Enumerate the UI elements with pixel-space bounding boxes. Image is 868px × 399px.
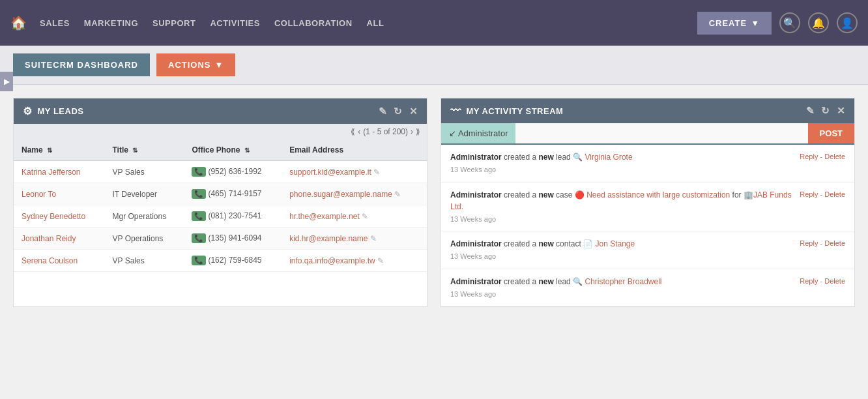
phone-icon: 📞 (192, 167, 206, 177)
activity-link[interactable]: Christopher Broadwell (585, 277, 661, 286)
activity-action: created a (504, 153, 538, 162)
lead-name[interactable]: Leonor To (14, 183, 105, 205)
pagination-prev[interactable]: ‹ (358, 127, 360, 136)
activity-trend-icon: 〰 (450, 105, 461, 117)
activity-link[interactable]: Need assistance with large customization (586, 190, 730, 200)
nav-marketing[interactable]: MARKETING (84, 18, 138, 28)
activity-delete[interactable]: Delete (824, 277, 845, 285)
activity-input-row: ↙ Administrator POST (441, 123, 854, 145)
lead-name[interactable]: Sydney Benedetto (14, 205, 105, 228)
leads-edit-icon[interactable]: ✎ (379, 106, 388, 117)
activity-reply[interactable]: Reply (800, 153, 818, 160)
col-phone[interactable]: Office Phone ⇅ (184, 140, 282, 161)
title-sort-icon: ⇅ (132, 147, 137, 154)
create-button[interactable]: CREATE ▼ (697, 12, 772, 35)
row-edit-icon[interactable]: ✎ (370, 234, 377, 243)
activity-item: Administrator created a new case 🔴 Need … (441, 183, 854, 232)
activity-action: created a (504, 277, 538, 286)
pagination-next[interactable]: › (411, 127, 413, 136)
activity-feed: Administrator created a new lead 🔍 Virgi… (441, 145, 854, 306)
leads-refresh-icon[interactable]: ↻ (394, 106, 403, 117)
create-dropdown-icon: ▼ (751, 18, 760, 28)
lead-title: IT Developer (105, 183, 184, 205)
notifications-icon[interactable]: 🔔 (808, 12, 829, 33)
actions-button[interactable]: ACTIONS ▼ (156, 53, 235, 76)
create-label: CREATE (709, 18, 747, 28)
home-icon[interactable]: 🏠 (10, 15, 27, 31)
lead-title: VP Sales (105, 250, 184, 272)
phone-icon: 📞 (192, 256, 206, 265)
lead-name[interactable]: Jonathan Reidy (14, 228, 105, 250)
activity-item-content: Administrator created a new case 🔴 Need … (450, 189, 793, 225)
activity-type-icon: 🔍 (573, 277, 583, 286)
col-title[interactable]: Title ⇅ (105, 140, 184, 161)
activity-item-text: Administrator created a new case 🔴 Need … (450, 189, 793, 213)
post-button[interactable]: POST (808, 123, 854, 143)
activity-new-label: new (538, 153, 553, 162)
col-name[interactable]: Name ⇅ (14, 140, 105, 161)
lead-email[interactable]: hr.the@example.net ✎ (282, 205, 427, 228)
user-profile-icon[interactable]: 👤 (837, 12, 858, 33)
activity-action: created a (504, 190, 538, 200)
nav-activities[interactable]: ACTIVITIES (210, 18, 260, 28)
activity-refresh-icon[interactable]: ↻ (821, 105, 830, 117)
pagination-first[interactable]: ⟪ (351, 127, 355, 136)
activity-link[interactable]: Jon Stange (595, 239, 635, 248)
activity-user: Administrator (450, 239, 502, 248)
activity-item-text: Administrator created a new lead 🔍 Chris… (450, 276, 793, 288)
actions-label: ACTIONS (168, 60, 211, 70)
lead-email[interactable]: phone.sugar@example.name ✎ (282, 183, 427, 205)
table-row: Sydney Benedetto Mgr Operations 📞(081) 2… (14, 205, 427, 228)
activity-edit-icon[interactable]: ✎ (806, 105, 815, 117)
activity-panel: 〰 MY ACTIVITY STREAM ✎ ↻ ✕ ↙ Administrat… (441, 98, 855, 307)
pagination-last[interactable]: ⟫ (416, 127, 420, 136)
row-edit-icon[interactable]: ✎ (362, 212, 368, 221)
lead-phone: 📞(081) 230-7541 (184, 205, 282, 228)
dashboard-button[interactable]: SUITECRM DASHBOARD (13, 53, 150, 76)
lead-name[interactable]: Serena Coulson (14, 250, 105, 272)
leads-gear-icon: ⚙ (23, 105, 33, 117)
leads-close-icon[interactable]: ✕ (409, 106, 418, 117)
lead-email[interactable]: info.qa.info@example.tw ✎ (282, 250, 427, 272)
activity-item-text: Administrator created a new contact 📄 Jo… (450, 238, 793, 250)
phone-icon: 📞 (192, 189, 206, 199)
name-sort-icon: ⇅ (47, 147, 52, 154)
activity-delete[interactable]: Delete (824, 190, 845, 198)
activity-link[interactable]: Virginia Grote (585, 153, 632, 162)
activity-reply[interactable]: Reply (800, 239, 818, 247)
leads-table: Name ⇅ Title ⇅ Office Phone ⇅ Email Addr… (14, 140, 427, 272)
sidebar-toggle[interactable]: ▶ (0, 72, 13, 91)
activity-timestamp: 13 Weeks ago (450, 214, 793, 225)
activity-user-label: ↙ Administrator (441, 123, 515, 143)
top-navigation: 🏠 SALES MARKETING SUPPORT ACTIVITIES COL… (0, 0, 868, 46)
activity-post-input[interactable] (515, 123, 807, 143)
activity-type-icon: 📄 (583, 239, 593, 248)
activity-delete[interactable]: Delete (824, 153, 845, 160)
activity-delete[interactable]: Delete (824, 239, 845, 247)
activity-reply[interactable]: Reply (800, 277, 818, 285)
activity-item: Administrator created a new lead 🔍 Chris… (441, 269, 854, 307)
activity-item-actions: Reply - Delete (800, 238, 845, 249)
nav-right: CREATE ▼ 🔍 🔔 👤 (697, 12, 858, 35)
row-edit-icon[interactable]: ✎ (373, 168, 380, 177)
nav-collaboration[interactable]: COLLABORATION (274, 18, 353, 28)
lead-title: VP Sales (105, 161, 184, 183)
row-edit-icon[interactable]: ✎ (377, 256, 384, 265)
activity-type-icon: 🔍 (573, 153, 583, 162)
activity-panel-icons: ✎ ↻ ✕ (806, 105, 846, 117)
activity-user: Administrator (450, 277, 502, 286)
nav-support[interactable]: SUPPORT (152, 18, 195, 28)
activity-close-icon[interactable]: ✕ (837, 105, 846, 117)
row-edit-icon[interactable]: ✎ (394, 190, 401, 199)
lead-email[interactable]: kid.hr@example.name ✎ (282, 228, 427, 250)
leads-panel-icons: ✎ ↻ ✕ (379, 106, 418, 117)
activity-reply[interactable]: Reply (800, 190, 818, 198)
lead-name[interactable]: Katrina Jefferson (14, 161, 105, 183)
activity-type: lead (556, 153, 573, 162)
search-icon[interactable]: 🔍 (779, 12, 800, 33)
lead-email[interactable]: support.kid@example.it ✎ (282, 161, 427, 183)
activity-item-actions: Reply - Delete (800, 189, 845, 200)
activity-action: created a (504, 239, 538, 248)
nav-all[interactable]: ALL (367, 18, 384, 28)
nav-sales[interactable]: SALES (40, 18, 70, 28)
